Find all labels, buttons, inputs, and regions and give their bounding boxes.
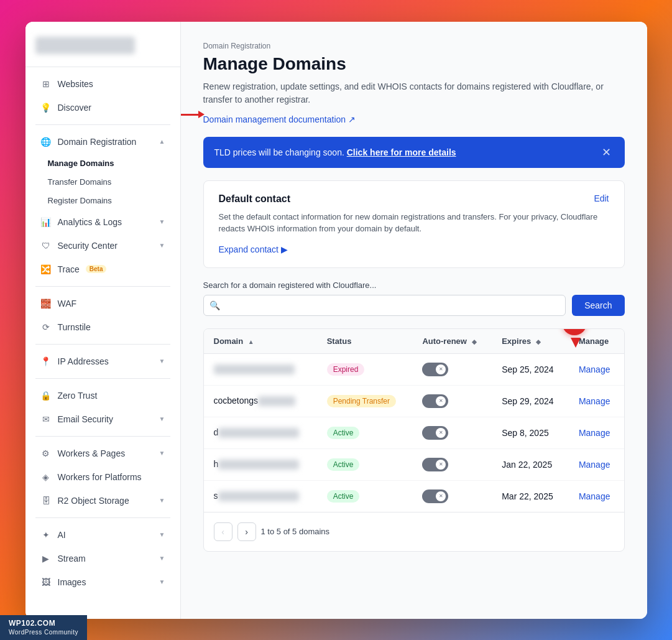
lightbulb-icon: 💡 bbox=[40, 102, 52, 113]
card-description: Set the default contact information for … bbox=[219, 211, 609, 235]
breadcrumb: Domain Registration bbox=[203, 42, 625, 50]
auto-renew-cell[interactable]: ✕ bbox=[412, 353, 492, 385]
sidebar-item-workers-pages[interactable]: ⚙ Workers & Pages ▼ bbox=[30, 442, 175, 465]
status-badge: Pending Transfer bbox=[327, 395, 396, 407]
sort-icon: ◆ bbox=[536, 338, 541, 345]
search-row: 🔍 Search bbox=[203, 295, 625, 316]
sidebar-item-trace[interactable]: 🔀 Trace Beta bbox=[30, 258, 175, 281]
email-icon: ✉ bbox=[40, 414, 52, 425]
sidebar-item-label: Trace bbox=[58, 264, 80, 274]
auto-renew-toggle[interactable]: ✕ bbox=[422, 394, 448, 408]
search-input[interactable] bbox=[203, 295, 566, 316]
sidebar-item-analytics-logs[interactable]: 📊 Analytics & Logs ▼ bbox=[30, 211, 175, 233]
auto-renew-cell[interactable]: ✕ bbox=[412, 448, 492, 480]
next-page-button[interactable]: › bbox=[237, 522, 256, 541]
manage-link[interactable]: Manage bbox=[579, 428, 610, 438]
auto-renew-cell[interactable]: ✕ bbox=[412, 480, 492, 512]
footer-tagline: WordPress Community bbox=[9, 629, 78, 636]
sort-icon: ▲ bbox=[248, 338, 254, 345]
sidebar-item-images[interactable]: 🖼 Images ▼ bbox=[30, 571, 175, 593]
sidebar-item-label: Discover bbox=[58, 103, 91, 113]
sidebar-item-r2-storage[interactable]: 🗄 R2 Object Storage ▼ bbox=[30, 489, 175, 512]
wall-icon: 🧱 bbox=[40, 298, 52, 309]
annotation-2-group: 2 bbox=[562, 328, 587, 335]
sidebar-item-waf[interactable]: 🧱 WAF bbox=[30, 292, 175, 315]
expires-cell: Jan 22, 2025 bbox=[492, 448, 569, 480]
search-button[interactable]: Search bbox=[572, 295, 624, 316]
sidebar-subitem-register-domains[interactable]: Register Domains bbox=[48, 192, 175, 210]
sidebar-item-label: Security Center bbox=[58, 241, 117, 251]
expand-contact-link[interactable]: Expand contact ▶ bbox=[219, 244, 288, 254]
domain-cell: h bbox=[204, 448, 317, 480]
sidebar-item-zero-trust[interactable]: 🔒 Zero Trust bbox=[30, 384, 175, 407]
manage-link[interactable]: Manage bbox=[579, 491, 610, 501]
sidebar-item-discover[interactable]: 💡 Discover bbox=[30, 96, 175, 119]
manage-cell: Manage bbox=[569, 353, 624, 385]
domain-registration-submenu: Manage Domains Transfer Domains Register… bbox=[25, 154, 180, 210]
pagination: ‹ › 1 to 5 of 5 domains bbox=[204, 512, 624, 551]
table-row: h Active ✕ Jan 22, 2025 Manage bbox=[204, 448, 624, 480]
auto-renew-cell[interactable]: ✕ bbox=[412, 385, 492, 417]
domain-cell: cocbetongs bbox=[204, 385, 317, 417]
manage-link[interactable]: Manage bbox=[579, 396, 610, 406]
page-description: Renew registration, update settings, and… bbox=[203, 80, 625, 106]
search-input-wrap: 🔍 bbox=[203, 295, 566, 316]
footer-brand: WP102.COM bbox=[9, 619, 55, 628]
sidebar-item-websites[interactable]: ⊞ Websites bbox=[30, 73, 175, 95]
sidebar-item-ip-addresses[interactable]: 📍 IP Addresses ▼ bbox=[30, 350, 175, 373]
sidebar-divider-5 bbox=[35, 436, 170, 437]
status-badge: Active bbox=[327, 490, 360, 503]
expires-cell: Sep 25, 2024 bbox=[492, 353, 569, 385]
chevron-down-icon: ▼ bbox=[159, 578, 165, 585]
chevron-down-icon: ▼ bbox=[159, 242, 165, 249]
sidebar-divider-2 bbox=[35, 286, 170, 287]
sidebar-subitem-manage-domains[interactable]: Manage Domains bbox=[48, 154, 175, 172]
sidebar-item-security-center[interactable]: 🛡 Security Center ▼ bbox=[30, 234, 175, 257]
search-label: Search for a domain registered with Clou… bbox=[203, 281, 625, 290]
sidebar-item-email-security[interactable]: ✉ Email Security ▼ bbox=[30, 408, 175, 430]
domain-blur bbox=[218, 428, 299, 438]
col-domain: Domain ▲ bbox=[204, 329, 317, 354]
storage-icon: 🗄 bbox=[40, 495, 52, 506]
annotation-circle-2: 2 bbox=[562, 328, 587, 335]
manage-link[interactable]: Manage bbox=[579, 364, 610, 374]
sidebar-item-label: IP Addresses bbox=[58, 356, 109, 366]
sidebar-item-turnstile[interactable]: ⟳ Turnstile bbox=[30, 316, 175, 338]
auto-renew-toggle[interactable]: ✕ bbox=[422, 489, 448, 503]
expires-cell: Mar 22, 2025 bbox=[492, 480, 569, 512]
auto-renew-toggle[interactable]: ✕ bbox=[422, 426, 448, 440]
expires-cell: Sep 8, 2025 bbox=[492, 417, 569, 448]
banner-link[interactable]: Click here for more details bbox=[347, 147, 456, 157]
external-link-icon: ↗ bbox=[348, 114, 356, 124]
sidebar-item-stream[interactable]: ▶ Stream ▼ bbox=[30, 547, 175, 570]
default-contact-card: Default contact Edit Set the default con… bbox=[203, 180, 625, 268]
sidebar-divider-4 bbox=[35, 378, 170, 379]
main-content: 1 Domain Registration Manage Domains Ren… bbox=[181, 22, 647, 619]
sidebar-divider-6 bbox=[35, 517, 170, 518]
doc-link[interactable]: Domain management documentation ↗ bbox=[203, 114, 356, 124]
table-row: Expired ✕ Sep 25, 2024 Manage bbox=[204, 353, 624, 385]
auto-renew-toggle[interactable]: ✕ bbox=[422, 363, 448, 376]
sidebar-item-label: R2 Object Storage bbox=[58, 496, 129, 506]
auto-renew-toggle[interactable]: ✕ bbox=[422, 458, 448, 471]
ai-icon: ✦ bbox=[40, 529, 52, 540]
banner-close-button[interactable]: ✕ bbox=[599, 146, 614, 159]
sidebar-item-ai[interactable]: ✦ AI ▼ bbox=[30, 524, 175, 546]
sidebar-item-label: Stream bbox=[58, 554, 86, 563]
table-row: d Active ✕ Sep 8, 2025 Manage bbox=[204, 417, 624, 448]
auto-renew-cell[interactable]: ✕ bbox=[412, 417, 492, 448]
sidebar-divider bbox=[35, 124, 170, 125]
edit-contact-link[interactable]: Edit bbox=[594, 193, 609, 203]
domains-data-table: Domain ▲ Status Auto-renew ◆ Expires ◆ M… bbox=[204, 329, 624, 512]
manage-link[interactable]: Manage bbox=[579, 460, 610, 470]
toggle-circle: ✕ bbox=[436, 460, 446, 470]
sidebar-subitem-transfer-domains[interactable]: Transfer Domains bbox=[48, 173, 175, 191]
sidebar-item-domain-registration[interactable]: 🌐 Domain Registration ▲ bbox=[30, 131, 175, 153]
chevron-down-icon: ▼ bbox=[159, 497, 165, 504]
table-header-row: Domain ▲ Status Auto-renew ◆ Expires ◆ M… bbox=[204, 329, 624, 354]
prev-page-button[interactable]: ‹ bbox=[214, 522, 232, 541]
expires-cell: Sep 29, 2024 bbox=[492, 385, 569, 417]
chevron-down-icon: ▼ bbox=[159, 531, 165, 538]
chevron-down-icon: ▼ bbox=[159, 218, 165, 225]
sidebar-item-workers-platforms[interactable]: ◈ Workers for Platforms bbox=[30, 466, 175, 488]
